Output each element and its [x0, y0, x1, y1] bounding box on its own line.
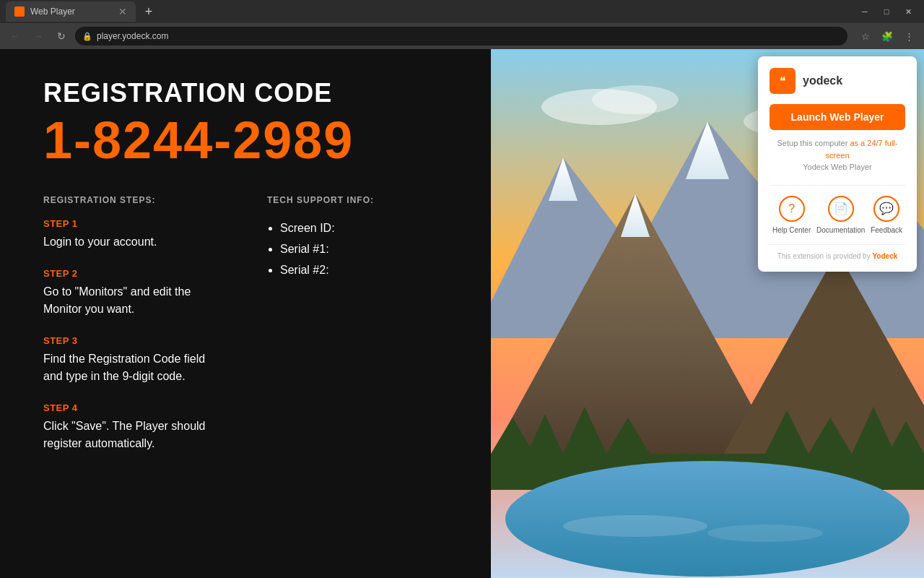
step-1-label: STEP 1 [43, 218, 224, 229]
step-3-label: STEP 3 [43, 335, 224, 346]
ext-links: ? Help Center 📄 Documentation 💬 Feedback [770, 196, 905, 234]
window-controls: ─ □ ✕ [855, 1, 918, 22]
extension-popup: ❝ yodeck Launch Web Player Setup this co… [758, 56, 917, 272]
tab-title: Web Player [30, 7, 75, 17]
bookmark-button[interactable]: ☆ [856, 27, 875, 46]
url-text: player.yodeck.com [97, 31, 168, 41]
setup-text: Setup this computer as a 24/7 full-scree… [770, 137, 905, 173]
tech-screen-id: Screen ID: [280, 218, 448, 239]
feedback-label: Feedback [871, 226, 902, 234]
step-2-desc: Go to "Monitors" and edit the Monitor yo… [43, 283, 224, 318]
close-window-button[interactable]: ✕ [898, 1, 918, 22]
steps-column: REGISTRATION STEPS: STEP 1 Login to your… [43, 195, 224, 470]
tab-close-btn[interactable]: ✕ [118, 6, 127, 17]
ext-divider-2 [770, 244, 905, 245]
tech-list: Screen ID: Serial #1: Serial #2: [267, 218, 448, 280]
right-panel: ❝ yodeck Launch Web Player Setup this co… [491, 49, 924, 578]
help-center-link[interactable]: ? Help Center [772, 196, 811, 234]
url-bar[interactable]: 🔒 player.yodeck.com [75, 27, 847, 46]
ext-popup-header: ❝ yodeck [770, 68, 905, 94]
ext-divider-1 [770, 185, 905, 186]
title-bar: Web Player ✕ + ─ □ ✕ [0, 0, 924, 23]
tech-serial-1: Serial #1: [280, 239, 448, 260]
tech-serial-2: Serial #2: [280, 260, 448, 281]
ext-footer-brand: Yodeck [872, 252, 897, 260]
address-actions: ☆ 🧩 ⋮ [856, 27, 918, 46]
step-3-desc: Find the Registration Code field and typ… [43, 350, 224, 385]
browser-tab[interactable]: Web Player ✕ [6, 1, 136, 22]
svg-point-2 [592, 85, 679, 114]
step-1: STEP 1 Login to your account. [43, 218, 224, 251]
lock-icon: 🔒 [82, 32, 92, 41]
step-2-label: STEP 2 [43, 268, 224, 279]
ext-footer: This extension is provided by Yodeck [770, 252, 905, 260]
address-bar: ← → ↻ 🔒 player.yodeck.com ☆ 🧩 ⋮ [0, 23, 924, 49]
ext-name: yodeck [803, 74, 842, 87]
documentation-link[interactable]: 📄 Documentation [816, 196, 865, 234]
steps-section-label: REGISTRATION STEPS: [43, 195, 224, 205]
registration-code-label: REGISTRATION CODE [43, 78, 448, 108]
new-tab-button[interactable]: + [139, 1, 159, 22]
feedback-link[interactable]: 💬 Feedback [871, 196, 902, 234]
help-center-label: Help Center [772, 226, 811, 234]
step-3: STEP 3 Find the Registration Code field … [43, 335, 224, 385]
more-options-button[interactable]: ⋮ [899, 27, 918, 46]
extension-puzzle-button[interactable]: 🧩 [878, 27, 897, 46]
documentation-icon: 📄 [828, 196, 854, 222]
feedback-icon: 💬 [873, 196, 899, 222]
left-panel: REGISTRATION CODE 1-8244-2989 REGISTRATI… [0, 49, 491, 578]
tab-favicon [14, 7, 25, 17]
browser-chrome: Web Player ✕ + ─ □ ✕ ← → ↻ 🔒 player.yode… [0, 0, 924, 49]
step-2: STEP 2 Go to "Monitors" and edit the Mon… [43, 268, 224, 318]
forward-button[interactable]: → [29, 27, 48, 46]
step-4-desc: Click "Save". The Player should register… [43, 418, 224, 452]
refresh-button[interactable]: ↻ [52, 27, 71, 46]
tech-support-column: TECH SUPPORT INFO: Screen ID: Serial #1:… [267, 195, 448, 470]
minimize-button[interactable]: ─ [855, 1, 875, 22]
help-center-icon: ? [779, 196, 805, 222]
maximize-button[interactable]: □ [876, 1, 897, 22]
step-1-desc: Login to your account. [43, 233, 224, 251]
registration-code-value: 1-8244-2989 [43, 114, 448, 166]
back-button[interactable]: ← [6, 27, 25, 46]
launch-web-player-button[interactable]: Launch Web Player [770, 104, 905, 130]
svg-point-21 [563, 515, 707, 537]
documentation-label: Documentation [816, 226, 865, 234]
ext-logo-icon: ❝ [770, 68, 796, 94]
two-column-layout: REGISTRATION STEPS: STEP 1 Login to your… [43, 195, 448, 470]
tech-section-label: TECH SUPPORT INFO: [267, 195, 448, 205]
step-4-label: STEP 4 [43, 402, 224, 413]
svg-point-22 [707, 525, 823, 542]
svg-point-20 [505, 461, 910, 577]
step-4: STEP 4 Click "Save". The Player should r… [43, 402, 224, 452]
content-area: REGISTRATION CODE 1-8244-2989 REGISTRATI… [0, 49, 924, 578]
